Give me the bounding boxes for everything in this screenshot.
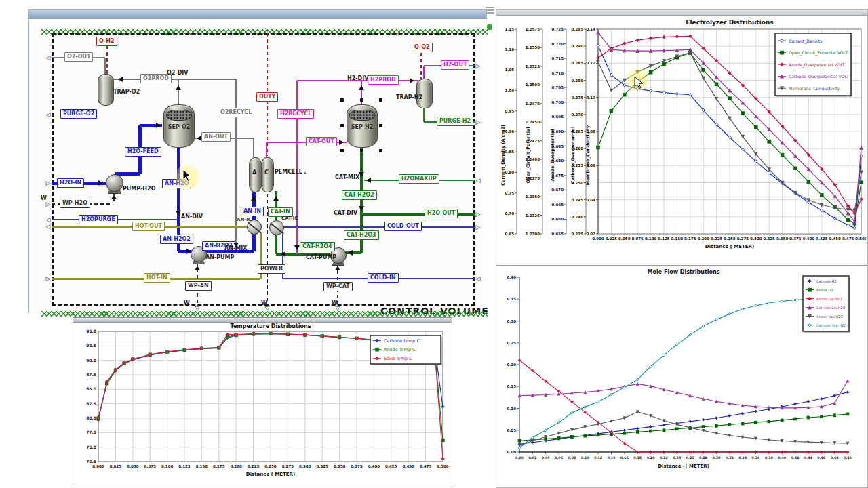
- chart-text: 0.48: [831, 456, 839, 460]
- chart-text: 0.475: [842, 237, 854, 241]
- chart-text: 0.285: [572, 61, 584, 65]
- vessel-sep-h2[interactable]: SEP-H2: [347, 104, 378, 148]
- boundary-arrow-icon: ▽: [265, 27, 270, 33]
- chart-text: 0.100: [645, 237, 657, 241]
- chart-text: 0.70: [505, 211, 514, 216]
- stream-label-duty[interactable]: DUTY: [256, 92, 278, 102]
- flow-arrow-icon: [195, 266, 200, 270]
- stream-label-hot-out[interactable]: HOT-OUT: [132, 222, 165, 231]
- chart-text: 0.40: [507, 275, 516, 279]
- block-label-anpump: AN-PUMP: [205, 254, 234, 260]
- chart-text: Open_Circuit_Potential VOLT: [789, 50, 848, 56]
- chart-text: Mole Flow Distributions: [648, 269, 720, 275]
- stream-label-cold-in[interactable]: COLD-IN: [368, 273, 399, 283]
- chart-text: 0.250: [264, 464, 277, 468]
- stream-label-h2o-feed[interactable]: H2O-FEED: [125, 147, 161, 157]
- chart-text: 0.500: [437, 464, 449, 468]
- chart-text: 0.90: [505, 129, 514, 134]
- temperature-chart-window: Temperature Distributions95.092.590.087.…: [73, 317, 452, 485]
- stream-label-o2recycl[interactable]: O2RECYCL: [218, 108, 254, 117]
- chart-text: 0.42: [791, 456, 800, 460]
- chart-text: 0.15: [507, 384, 516, 388]
- chart-text: 0.290: [572, 44, 584, 48]
- boundary-arrow-icon: ▷: [46, 276, 51, 282]
- chart-text: 0.400: [368, 464, 380, 468]
- selection-handle[interactable]: [360, 98, 363, 102]
- stream-pipe: [296, 81, 298, 254]
- stream-label-an-out[interactable]: AN-OUT: [201, 132, 231, 142]
- stream-label-cat-h2o2[interactable]: CAT-H2O2: [342, 190, 377, 200]
- stream-label-cat-h2o3[interactable]: CAT-H2O3: [344, 230, 379, 240]
- chart-text: 0.02: [528, 456, 536, 460]
- chart-text: Cathode_Overpotential VOLT: [789, 74, 849, 79]
- flowsheet-window-titlebar[interactable]: [29, 10, 486, 20]
- vessel-trap-o2[interactable]: [98, 74, 114, 106]
- stream-label-wp-an[interactable]: WP-AN: [185, 281, 212, 291]
- chart-text: 0.10: [507, 407, 516, 411]
- chart-text: 1.15: [505, 27, 514, 31]
- chart-text: 0.65: [505, 232, 514, 236]
- stream-label-cat-out[interactable]: CAT-OUT: [306, 137, 337, 146]
- stream-label-h2o-out[interactable]: H2O-OUT: [425, 209, 458, 218]
- stream-label-q-o2[interactable]: Q-O2: [412, 43, 433, 52]
- vessel-sep-o2[interactable]: SEP-O2: [163, 104, 195, 148]
- block-label-andiv: AN-DIV: [181, 214, 203, 220]
- stream-label-purge-o2[interactable]: PURGE-O2: [60, 109, 97, 119]
- selection-handle[interactable]: [379, 124, 382, 127]
- stream-label-o2-out[interactable]: O2-OUT: [64, 52, 93, 62]
- chart-text: 0.450: [402, 464, 414, 468]
- chart-text: Anode Vap H2O: [816, 314, 843, 319]
- chart-text: 0.18: [633, 456, 642, 460]
- chart-text: 0.225: [248, 464, 260, 468]
- chart-text: 90.0: [86, 358, 96, 363]
- axis-title: Open_Circuit_Potential: [526, 127, 531, 183]
- stream-label-cold-out[interactable]: COLD-OUT: [384, 222, 422, 231]
- pump-pump-h2o[interactable]: [106, 174, 123, 192]
- stream-label-hot-in[interactable]: HOT-IN: [144, 273, 170, 283]
- stream-label-h2opurge[interactable]: H2OPURGE: [79, 215, 118, 224]
- chart-text: 0.300: [750, 237, 762, 241]
- stream-label-cat-h2o4[interactable]: CAT-H2O4: [300, 242, 335, 251]
- chart-text: Cathode Liq H2O: [816, 306, 845, 310]
- chart-text: 1.2475: [526, 102, 540, 106]
- chart-text: Anode Liq H2O: [816, 297, 842, 302]
- chart-text: 1.2525: [526, 64, 540, 68]
- chart-text: 0.175: [684, 237, 696, 241]
- chart-text: 0.695: [552, 115, 564, 119]
- chart-text: 0.24: [673, 456, 681, 460]
- stream-label-purge-h2[interactable]: PURGE-H2: [437, 117, 473, 126]
- selection-handle[interactable]: [360, 149, 363, 152]
- chart-text: 0.275: [282, 464, 294, 468]
- stream-label-an-in[interactable]: AN-IN: [241, 207, 264, 216]
- stream-label-h2prod[interactable]: H2PROD: [368, 75, 399, 85]
- flow-arrow-icon: [410, 78, 414, 83]
- flowsheet-canvas[interactable]: CONTROL VOLUME SEP-O2SEP-H2Q-H2O2-OUTO2P…: [29, 19, 488, 314]
- stream-label-wp-h2o[interactable]: WP-H2O: [60, 199, 90, 208]
- chart-text: 72.5: [86, 459, 96, 464]
- selection-handle[interactable]: [379, 149, 382, 152]
- stream-label-power[interactable]: POWER: [258, 264, 285, 274]
- chart-text: 0.05: [507, 428, 516, 432]
- exchanger-cat-ic[interactable]: [269, 220, 284, 235]
- chart-text: 1.2500: [526, 83, 540, 87]
- stream-label-h2-out[interactable]: H2-OUT: [441, 60, 469, 70]
- stream-label-an-h2o2[interactable]: AN-H2O2: [160, 235, 193, 244]
- selection-handle[interactable]: [340, 98, 344, 102]
- boundary-arrow-icon: ▽: [265, 306, 270, 312]
- selection-handle[interactable]: [379, 98, 382, 102]
- chart-text: 0.710: [552, 71, 564, 75]
- stream-label-h2omakup[interactable]: H2OMAKUP: [399, 174, 439, 184]
- flow-arrow-icon: [186, 249, 191, 254]
- chart-text: 0.235: [572, 232, 584, 236]
- stream-label-h2recycl[interactable]: H2RECYCL: [277, 109, 314, 119]
- vessel-trap-h2[interactable]: [416, 79, 433, 108]
- stream-pipe: [275, 234, 278, 254]
- stream-label-h2o-in[interactable]: H2O-IN: [57, 178, 84, 188]
- selection-handle[interactable]: [340, 124, 344, 127]
- chart-text: 0.025: [606, 237, 618, 241]
- results-panel-titlebar[interactable]: [496, 10, 867, 16]
- stream-label-q-h2[interactable]: Q-H2: [96, 37, 117, 46]
- boundary-arrow-icon: ◁: [46, 224, 51, 230]
- selection-handle[interactable]: [340, 149, 344, 152]
- stream-label-wp-cat[interactable]: WP-CAT: [323, 282, 353, 291]
